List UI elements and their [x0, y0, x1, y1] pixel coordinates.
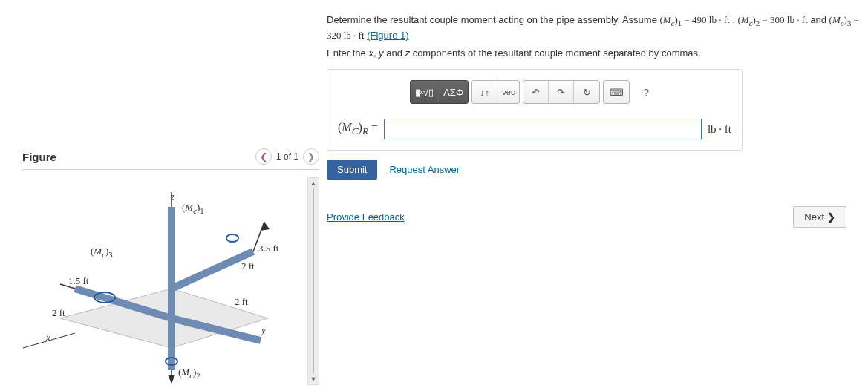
svg-point-14	[226, 234, 238, 242]
redo-button[interactable]: ↷	[549, 81, 574, 103]
axis-x-label: x	[46, 332, 50, 343]
figure-link[interactable]: (Figure 1)	[367, 30, 408, 41]
input-toolbar: ▮x√▯ ΑΣΦ ↓↑ vec ↶ ↷ ↻ ⌨ ?	[338, 80, 731, 104]
svg-marker-10	[168, 375, 175, 384]
keyboard-icon: ⌨	[610, 87, 624, 98]
templates-button[interactable]: ▮x√▯	[411, 81, 440, 103]
figure-pane: z (Mc)1 (Mc)3 (Mc)2 3.5 ft 2 ft 2 ft 2 f…	[22, 177, 319, 385]
answer-lhs: (MC)R =	[338, 121, 378, 137]
pager-prev-button[interactable]: ❮	[255, 148, 272, 165]
figure-scrollbar[interactable]: ▲ ▼	[307, 177, 319, 385]
greek-button[interactable]: ΑΣΦ	[439, 81, 468, 103]
undo-button[interactable]: ↶	[523, 81, 549, 103]
dim-2a: 2 ft	[241, 260, 255, 272]
chevron-right-icon: ❯	[827, 211, 835, 223]
scroll-down-icon: ▼	[310, 375, 317, 383]
dim-2b: 2 ft	[235, 296, 248, 308]
scroll-thumb[interactable]	[313, 188, 314, 374]
mc3-label: (Mc)3	[91, 246, 113, 259]
figure-title: Figure	[22, 151, 56, 163]
request-answer-link[interactable]: Request Answer	[389, 164, 460, 175]
redo-icon: ↷	[557, 87, 565, 98]
instruction-line: Enter the x, y and z components of the r…	[327, 47, 861, 60]
mc2-label: (Mc)2	[178, 366, 200, 380]
answer-unit: lb · ft	[708, 123, 731, 136]
provide-feedback-link[interactable]: Provide Feedback	[327, 211, 405, 223]
pager-text: 1 of 1	[276, 151, 298, 162]
undo-icon: ↶	[532, 87, 540, 98]
dim-2c: 2 ft	[52, 307, 65, 319]
help-button[interactable]: ?	[633, 81, 659, 103]
template-icon: ▮x√▯	[415, 87, 434, 98]
mc1-label: (Mc)1	[182, 202, 204, 215]
reset-button[interactable]: ↻	[574, 81, 599, 103]
problem-statement: Determine the resultant couple moment ac…	[327, 13, 861, 42]
svg-marker-8	[261, 222, 270, 231]
reset-icon: ↻	[583, 87, 591, 98]
dim-35: 3.5 ft	[258, 243, 278, 254]
answer-input[interactable]	[384, 119, 702, 139]
vec-button[interactable]: vec	[497, 81, 519, 103]
keyboard-button[interactable]: ⌨	[604, 81, 629, 103]
answer-area: ▮x√▯ ΑΣΦ ↓↑ vec ↶ ↷ ↻ ⌨ ? (MC)R =	[327, 69, 743, 151]
axis-y-label: y	[261, 324, 266, 336]
scroll-up-icon: ▲	[310, 180, 317, 187]
figure-pager: ❮ 1 of 1 ❯	[255, 148, 319, 165]
axis-z-label: z	[171, 191, 174, 203]
dim-15: 1.5 ft	[68, 275, 88, 287]
subscript-button[interactable]: ↓↑	[472, 81, 497, 103]
pipe-diagram	[22, 177, 306, 385]
next-button[interactable]: Next❯	[793, 206, 846, 228]
pager-next-button[interactable]: ❯	[303, 148, 319, 165]
submit-button[interactable]: Submit	[327, 160, 377, 180]
